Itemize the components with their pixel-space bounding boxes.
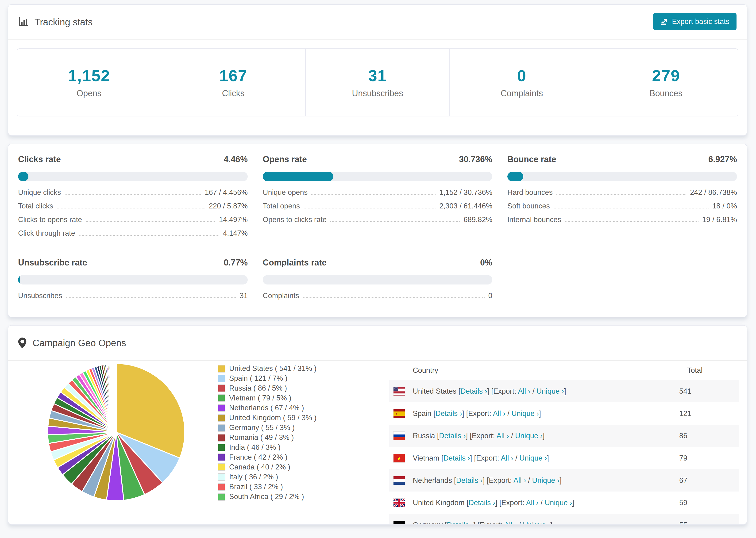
- rate-row-value: 18 / 0%: [712, 202, 737, 210]
- rate-panel: Bounce rate6.927%Hard bounces242 / 86.73…: [507, 154, 737, 243]
- legend-item[interactable]: Vietnam ( 79 / 5% ): [218, 393, 316, 403]
- legend-swatch: [218, 365, 225, 372]
- rates-card: Clicks rate4.46%Unique clicks167 / 4.456…: [8, 144, 747, 317]
- rate-progress-fill: [18, 172, 28, 181]
- rate-row-value: 1,152 / 30.736%: [439, 188, 492, 197]
- legend-swatch: [218, 404, 225, 412]
- rate-row-value: 220 / 5.87%: [209, 202, 248, 210]
- rate-row-value: 14.497%: [219, 215, 248, 224]
- dotted-leader: [86, 221, 215, 222]
- legend-swatch: [218, 434, 225, 442]
- table-row: Spain [Details ›] [Export: All › / Uniqu…: [389, 402, 739, 425]
- export-unique-link[interactable]: Unique ›: [515, 432, 543, 440]
- export-all-link[interactable]: All ›: [513, 476, 526, 484]
- rate-progress-fill: [263, 172, 333, 181]
- country-cell: Netherlands [Details ›] [Export: All › /…: [405, 476, 679, 485]
- rate-title: Complaints rate: [263, 258, 327, 268]
- rate-row-value: 242 / 86.738%: [690, 188, 737, 197]
- details-link[interactable]: Details ›: [456, 476, 483, 484]
- table-row: Russia [Details ›] [Export: All › / Uniq…: [389, 425, 739, 447]
- dotted-leader: [330, 221, 460, 222]
- rate-row-label: Total opens: [263, 202, 300, 210]
- bracket: ] [Export:: [473, 521, 504, 525]
- export-all-link[interactable]: All ›: [501, 454, 513, 462]
- legend-item[interactable]: Netherlands ( 67 / 4% ): [218, 403, 316, 413]
- rate-progress-bar: [263, 172, 492, 181]
- rate-title: Unsubscribe rate: [18, 258, 87, 268]
- details-link[interactable]: Details ›: [447, 521, 473, 525]
- rate-panel-head: Opens rate30.736%: [263, 154, 492, 164]
- legend-label: Romania ( 49 / 3% ): [229, 433, 294, 442]
- country-cell: Russia [Details ›] [Export: All › / Uniq…: [405, 432, 679, 440]
- legend-item[interactable]: France ( 42 / 2% ): [218, 452, 316, 462]
- legend-item[interactable]: Spain ( 121 / 7% ): [218, 373, 316, 383]
- rate-value: 4.46%: [224, 154, 248, 164]
- legend-item[interactable]: Brazil ( 33 / 2% ): [218, 482, 316, 492]
- stat-cell: 31Unsubscribes: [306, 49, 450, 116]
- rate-rows: Unique clicks167 / 4.456%Total clicks220…: [18, 188, 248, 243]
- bracket: ] [Export:: [466, 432, 497, 440]
- legend-item[interactable]: Germany ( 55 / 3% ): [218, 423, 316, 433]
- rate-row-label: Hard bounces: [507, 188, 553, 197]
- legend-swatch: [218, 385, 225, 392]
- dotted-leader: [57, 208, 205, 208]
- rate-row: Total opens2,303 / 61.446%: [263, 202, 492, 215]
- legend-item[interactable]: India ( 46 / 3% ): [218, 443, 316, 452]
- table-row: United States [Details ›] [Export: All ›…: [389, 380, 739, 402]
- details-link[interactable]: Details ›: [436, 409, 462, 418]
- stat-label: Bounces: [650, 88, 682, 98]
- export-unique-link[interactable]: Unique ›: [512, 409, 539, 418]
- rate-row-value: 2,303 / 61.446%: [439, 202, 492, 210]
- export-all-link[interactable]: All ›: [504, 521, 516, 525]
- bracket: ] [Export:: [483, 476, 513, 484]
- export-all-link[interactable]: All ›: [497, 432, 509, 440]
- export-unique-link[interactable]: Unique ›: [545, 499, 572, 507]
- rate-row: Complaints0: [263, 292, 492, 305]
- legend-item[interactable]: Canada ( 40 / 2% ): [218, 462, 316, 472]
- rate-title: Clicks rate: [18, 154, 61, 164]
- export-unique-link[interactable]: Unique ›: [523, 521, 550, 525]
- export-unique-link[interactable]: Unique ›: [536, 387, 564, 395]
- export-all-link[interactable]: All ›: [518, 387, 530, 395]
- country-cell: Germany [Details ›] [Export: All › / Uni…: [405, 521, 679, 525]
- legend-label: Canada ( 40 / 2% ): [229, 463, 290, 471]
- country-name: Netherlands: [413, 476, 454, 484]
- bracket: ] [Export:: [462, 409, 493, 418]
- export-basic-stats-label: Export basic stats: [672, 17, 729, 26]
- rate-panel: Complaints rate0%Complaints0: [263, 258, 492, 305]
- rate-progress-fill: [18, 275, 20, 285]
- pie-svg: [46, 362, 187, 503]
- export-unique-link[interactable]: Unique ›: [519, 454, 547, 462]
- rate-row-value: 19 / 6.81%: [702, 215, 737, 224]
- legend-item[interactable]: United States ( 541 / 31% ): [218, 364, 316, 373]
- export-all-link[interactable]: All ›: [493, 409, 505, 418]
- dotted-leader: [66, 297, 236, 298]
- rate-progress-bar: [507, 172, 737, 181]
- export-basic-stats-button[interactable]: Export basic stats: [653, 13, 736, 30]
- legend-item[interactable]: South Africa ( 29 / 2% ): [218, 492, 316, 502]
- legend-swatch: [218, 424, 225, 432]
- legend-item[interactable]: United Kingdom ( 59 / 3% ): [218, 413, 316, 423]
- rate-row-value: 167 / 4.456%: [205, 188, 248, 197]
- svg-text:★: ★: [397, 456, 402, 461]
- rate-row: Unique opens1,152 / 30.736%: [263, 188, 492, 202]
- rate-row-value: 0: [488, 292, 492, 300]
- details-link[interactable]: Details ›: [439, 432, 466, 440]
- legend-item[interactable]: Romania ( 49 / 3% ): [218, 433, 316, 443]
- legend-item[interactable]: Russia ( 86 / 5% ): [218, 383, 316, 393]
- geo-table-header-row: Country Total: [389, 361, 739, 380]
- details-link[interactable]: Details ›: [469, 499, 495, 507]
- export-all-link[interactable]: All ›: [526, 499, 538, 507]
- export-unique-link[interactable]: Unique ›: [532, 476, 560, 484]
- details-link[interactable]: Details ›: [460, 387, 487, 395]
- legend-swatch: [218, 463, 225, 471]
- details-link[interactable]: Details ›: [443, 454, 470, 462]
- tracking-stats-header: Tracking stats Export basic stats: [8, 5, 747, 40]
- dotted-leader: [565, 221, 698, 222]
- es-flag-icon: [394, 409, 405, 418]
- country-name: Russia: [413, 432, 437, 440]
- rate-progress-bar: [263, 275, 492, 285]
- geo-country-table: Country Total United States [Details ›] …: [389, 361, 739, 525]
- legend-item[interactable]: Italy ( 36 / 2% ): [218, 472, 316, 482]
- stat-value: 167: [219, 67, 247, 85]
